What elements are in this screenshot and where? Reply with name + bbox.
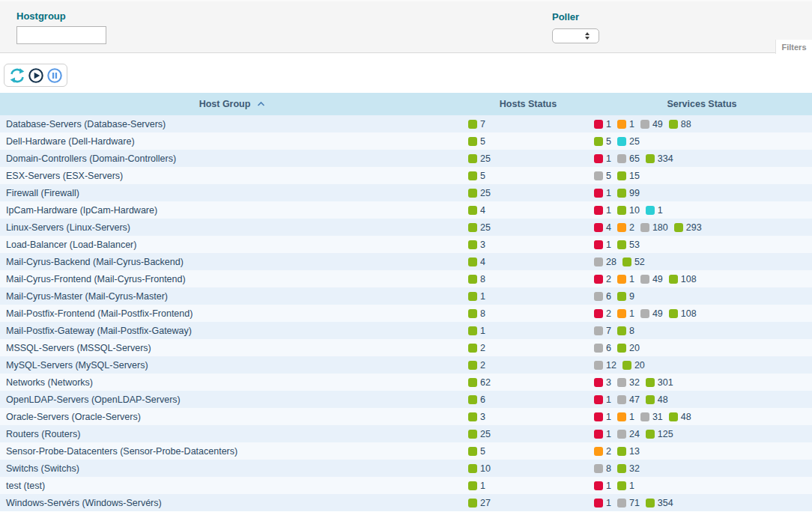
hostgroup-name: Mail-Cyrus-Master (Mail-Cyrus-Master) bbox=[0, 287, 464, 305]
hostgroup-name: OpenLDAP-Servers (OpenLDAP-Servers) bbox=[0, 391, 464, 408]
status-badge-unknown: 8 bbox=[594, 463, 611, 474]
hostgroup-row[interactable]: Oracle-Servers (Oracle-Servers)3113148 bbox=[0, 408, 812, 425]
hostgroup-row[interactable]: Mail-Cyrus-Frontend (Mail-Cyrus-Frontend… bbox=[0, 270, 812, 287]
hostgroup-name: Dell-Hardware (Dell-Hardware) bbox=[0, 132, 464, 150]
status-badge-unknown: 49 bbox=[640, 119, 663, 129]
hostgroup-name: Windows-Servérs (Windows-Servérs) bbox=[0, 494, 464, 511]
hostgroup-row[interactable]: Mail-Cyrus-Master (Mail-Cyrus-Master)169 bbox=[0, 287, 812, 305]
status-count: 4 bbox=[480, 257, 485, 267]
warning-chip-icon bbox=[617, 120, 626, 129]
status-count: 1 bbox=[629, 308, 634, 319]
status-badge-unknown: 49 bbox=[640, 274, 663, 284]
hostgroup-row[interactable]: IpCam-Hardware (IpCam-Hardware)41101 bbox=[0, 201, 812, 219]
status-badge-ok: 52 bbox=[622, 257, 645, 267]
hostgroup-name: Firewall (Firewall) bbox=[0, 184, 464, 201]
hosts-status-cell: 4 bbox=[464, 201, 592, 219]
status-count: 5 bbox=[480, 136, 485, 147]
refresh-icon bbox=[9, 67, 25, 84]
status-badge-ok: 3 bbox=[468, 240, 485, 250]
hostgroup-row[interactable]: Networks (Networks)62332301 bbox=[0, 374, 812, 391]
status-badge-critical: 1 bbox=[594, 119, 611, 129]
status-count: 1 bbox=[606, 119, 611, 129]
hostgroup-row[interactable]: Database-Servers (Database-Servers)71149… bbox=[0, 115, 812, 132]
status-badge-ok: 108 bbox=[669, 274, 697, 284]
hostgroup-row[interactable]: Dell-Hardware (Dell-Hardware)5525 bbox=[0, 132, 812, 150]
hostgroup-row[interactable]: Load-Balancer (Load-Balancer)3153 bbox=[0, 236, 812, 253]
status-count: 48 bbox=[681, 412, 691, 422]
status-badge-ok: 8 bbox=[468, 274, 485, 284]
status-count: 71 bbox=[629, 498, 640, 508]
status-count: 1 bbox=[606, 240, 611, 250]
warning-chip-icon bbox=[594, 447, 603, 456]
hostgroup-row[interactable]: test (test)111 bbox=[0, 477, 812, 494]
hostgroup-row[interactable]: MSSQL-Servers (MSSQL-Servers)2620 bbox=[0, 339, 812, 356]
status-count: 49 bbox=[652, 274, 663, 284]
status-badge-ok: 88 bbox=[669, 119, 691, 129]
hostgroup-row[interactable]: MySQL-Servers (MySQL-Servers)21220 bbox=[0, 356, 812, 374]
status-badge-ok: 5 bbox=[468, 446, 485, 457]
critical-chip-icon bbox=[594, 189, 603, 198]
status-badge-ok: 2 bbox=[468, 343, 485, 353]
hostgroup-row[interactable]: ESX-Servers (ESX-Servers)5515 bbox=[0, 167, 812, 184]
services-status-cell: 1101 bbox=[592, 201, 812, 219]
unknown-chip-icon bbox=[640, 309, 649, 318]
hostgroup-row[interactable]: Switchs (Switchs)10832 bbox=[0, 460, 812, 477]
services-status-cell: 515 bbox=[592, 167, 812, 184]
hosts-status-cell: 25 bbox=[464, 219, 592, 236]
hostgroup-row[interactable]: Windows-Servérs (Windows-Servérs)2717135… bbox=[0, 494, 812, 511]
status-badge-ok: 25 bbox=[468, 153, 491, 164]
filters-tab[interactable]: Filters bbox=[775, 40, 812, 54]
status-count: 2 bbox=[629, 222, 634, 233]
services-status-cell: 2149108 bbox=[592, 305, 812, 322]
status-badge-unknown: 47 bbox=[617, 394, 640, 405]
status-badge-warning: 2 bbox=[617, 222, 634, 233]
hostgroup-row[interactable]: Firewall (Firewall)25199 bbox=[0, 184, 812, 201]
column-header-services-status[interactable]: Services Status bbox=[592, 93, 812, 115]
play-button[interactable] bbox=[27, 67, 44, 84]
status-badge-pending: 25 bbox=[617, 136, 640, 147]
ok-chip-icon bbox=[468, 171, 477, 180]
ok-chip-icon bbox=[646, 154, 655, 163]
status-count: 125 bbox=[658, 429, 673, 439]
status-badge-warning: 1 bbox=[617, 412, 634, 422]
ok-chip-icon bbox=[468, 447, 477, 456]
services-status-cell: 124125 bbox=[592, 425, 812, 442]
hosts-status-cell: 7 bbox=[464, 115, 592, 132]
hostgroup-row[interactable]: Mail-Cyrus-Backend (Mail-Cyrus-Backend)4… bbox=[0, 253, 812, 270]
hostgroup-name: Database-Servers (Database-Servers) bbox=[0, 115, 464, 132]
hostgroup-row[interactable]: Mail-Postfix-Frontend (Mail-Postfix-Fron… bbox=[0, 305, 812, 322]
critical-chip-icon bbox=[594, 430, 603, 439]
status-count: 32 bbox=[629, 377, 640, 388]
critical-chip-icon bbox=[594, 223, 603, 232]
hostgroup-row[interactable]: Linux-Servers (Linux-Servers)2542180293 bbox=[0, 219, 812, 236]
hostgroup-row[interactable]: OpenLDAP-Servers (OpenLDAP-Servers)61474… bbox=[0, 391, 812, 408]
status-badge-ok: 48 bbox=[669, 412, 691, 422]
hostgroup-input[interactable] bbox=[16, 26, 106, 44]
hostgroup-row[interactable]: Routers (Routers)25124125 bbox=[0, 425, 812, 442]
refresh-button[interactable] bbox=[8, 67, 25, 84]
column-header-host-group[interactable]: Host Group bbox=[0, 93, 464, 115]
ok-chip-icon bbox=[617, 447, 626, 456]
poller-select[interactable] bbox=[552, 28, 599, 43]
status-badge-ok: 25 bbox=[468, 222, 491, 233]
critical-chip-icon bbox=[594, 378, 603, 387]
status-count: 13 bbox=[629, 446, 640, 457]
hostgroup-row[interactable]: Mail-Postfix-Gateway (Mail-Postfix-Gatew… bbox=[0, 322, 812, 339]
hostgroup-name: MySQL-Servers (MySQL-Servers) bbox=[0, 356, 464, 374]
status-badge-critical: 2 bbox=[594, 274, 611, 284]
status-badge-critical: 1 bbox=[594, 205, 611, 216]
services-status-cell: 69 bbox=[592, 287, 812, 305]
pending-chip-icon bbox=[617, 137, 626, 146]
status-count: 48 bbox=[658, 394, 668, 405]
pause-button[interactable] bbox=[46, 67, 63, 84]
column-header-hosts-status[interactable]: Hosts Status bbox=[464, 93, 592, 115]
ok-chip-icon bbox=[468, 344, 477, 353]
hosts-status-cell: 10 bbox=[464, 460, 592, 477]
hostgroup-row[interactable]: Sensor-Probe-Datacenters (Sensor-Probe-D… bbox=[0, 442, 812, 460]
status-count: 8 bbox=[480, 274, 485, 284]
status-count: 3 bbox=[606, 377, 611, 388]
status-count: 2 bbox=[606, 274, 611, 284]
hostgroup-row[interactable]: Domain-Controllers (Domain-Controllers)2… bbox=[0, 150, 812, 167]
status-badge-ok: 25 bbox=[468, 429, 491, 439]
status-count: 1 bbox=[480, 481, 485, 491]
